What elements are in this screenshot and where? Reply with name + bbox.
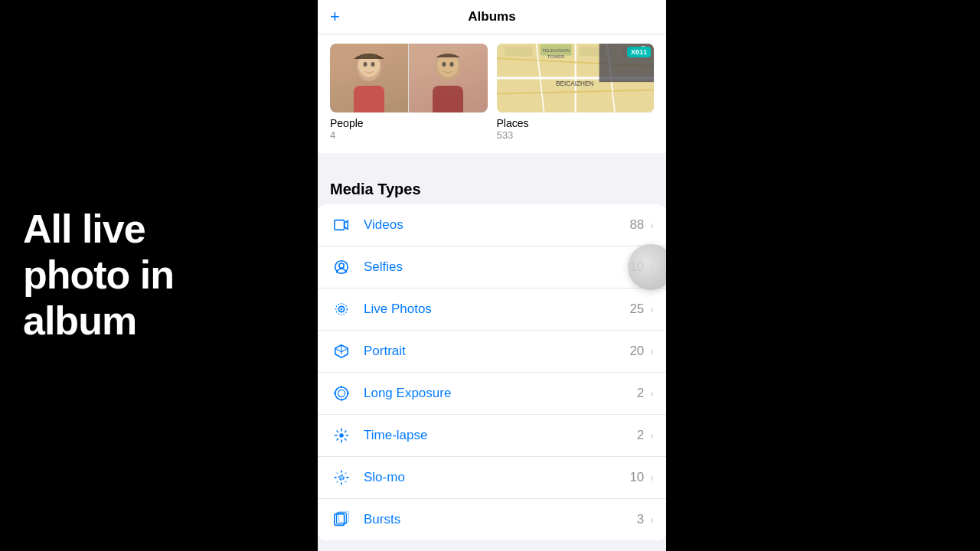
media-item-longexposure[interactable]: Long Exposure 2 › — [318, 373, 666, 415]
places-album-card[interactable]: TELEVISION TOWER BEICAIZHEN Z X611 — [497, 44, 655, 141]
svg-point-32 — [341, 308, 343, 311]
slomo-count: 10 — [629, 470, 644, 485]
portrait-chevron: › — [650, 345, 654, 357]
portrait-label: Portrait — [364, 344, 629, 359]
svg-point-39 — [339, 433, 344, 438]
slomo-label: Slo-mo — [364, 470, 629, 485]
slomo-chevron: › — [650, 471, 654, 484]
videos-chevron: › — [650, 219, 654, 231]
selfies-icon — [330, 256, 353, 279]
longexposure-count: 2 — [637, 386, 644, 401]
svg-line-55 — [345, 473, 346, 474]
timelapse-chevron: › — [650, 429, 654, 442]
videos-label: Videos — [364, 217, 629, 233]
app-panel: + Albums — [318, 0, 666, 551]
livephotos-chevron: › — [650, 303, 654, 315]
svg-point-4 — [371, 62, 375, 67]
person-face-2 — [409, 44, 487, 112]
svg-line-47 — [337, 439, 339, 441]
places-thumbnail: TELEVISION TOWER BEICAIZHEN Z X611 — [497, 44, 655, 112]
svg-point-9 — [450, 62, 454, 67]
svg-point-33 — [335, 387, 348, 400]
video-icon — [330, 214, 353, 236]
svg-rect-1 — [354, 86, 384, 112]
longexposure-chevron: › — [650, 387, 654, 399]
person-face-1 — [330, 44, 408, 112]
scroll-indicator — [628, 244, 666, 290]
bursts-count: 3 — [637, 512, 644, 527]
livephotos-icon — [330, 298, 353, 321]
media-item-slomo[interactable]: Slo-mo 10 › — [318, 457, 666, 499]
bursts-icon — [330, 508, 353, 531]
media-item-videos[interactable]: Videos 88 › — [318, 204, 666, 246]
places-label: Places — [497, 117, 655, 129]
svg-line-45 — [345, 439, 347, 441]
media-types-title: Media Types — [330, 181, 421, 197]
portrait-icon — [330, 340, 353, 363]
svg-rect-17 — [505, 47, 532, 56]
timelapse-count: 2 — [637, 428, 644, 443]
svg-line-54 — [345, 481, 346, 482]
timelapse-label: Time-lapse — [364, 428, 637, 443]
portrait-count: 20 — [629, 344, 644, 359]
albums-content: People 4 — [318, 34, 666, 551]
media-item-portrait[interactable]: Portrait 20 › — [318, 331, 666, 373]
svg-point-34 — [338, 390, 345, 396]
people-thumbnail — [330, 44, 488, 112]
svg-point-29 — [339, 263, 344, 268]
svg-line-56 — [337, 481, 338, 482]
svg-rect-6 — [433, 86, 463, 112]
svg-point-8 — [443, 62, 446, 67]
people-album-card[interactable]: People 4 — [330, 44, 488, 141]
svg-text:TOWER: TOWER — [547, 54, 564, 59]
media-item-bursts[interactable]: Bursts 3 › — [318, 499, 666, 540]
people-places-section: People 4 — [318, 34, 666, 153]
longexposure-label: Long Exposure — [364, 386, 637, 401]
svg-line-46 — [345, 431, 347, 433]
svg-rect-27 — [335, 220, 345, 230]
media-item-selfies[interactable]: Selfies 10 › — [318, 246, 666, 289]
svg-line-44 — [337, 431, 339, 433]
svg-text:TELEVISION: TELEVISION — [541, 47, 569, 53]
bursts-label: Bursts — [364, 512, 637, 527]
left-panel: All live photo in album — [0, 0, 318, 551]
people-places-row: People 4 — [330, 34, 654, 141]
add-button[interactable]: + — [330, 7, 340, 27]
svg-text:BEICAIZHEN: BEICAIZHEN — [556, 80, 593, 87]
media-item-timelapse[interactable]: Time-lapse 2 › — [318, 415, 666, 457]
places-badge: X611 — [627, 47, 651, 57]
left-overlay-text: All live photo in album — [23, 207, 174, 344]
selfies-label: Selfies — [364, 259, 629, 275]
people-count: 4 — [330, 129, 488, 141]
nav-title: Albums — [468, 9, 515, 24]
livephotos-label: Live Photos — [364, 302, 629, 317]
videos-count: 88 — [629, 217, 644, 233]
right-panel — [666, 0, 980, 551]
nav-bar: + Albums — [318, 0, 666, 34]
livephotos-count: 25 — [629, 302, 644, 317]
svg-point-3 — [364, 62, 368, 67]
media-item-livephotos[interactable]: Live Photos 25 › — [318, 289, 666, 331]
timelapse-icon — [330, 424, 353, 447]
people-label: People — [330, 117, 488, 129]
longexposure-icon — [330, 382, 353, 405]
bursts-chevron: › — [650, 514, 654, 526]
svg-line-53 — [337, 473, 338, 474]
slomo-icon — [330, 466, 353, 489]
places-count: 533 — [497, 129, 655, 141]
media-types-list: Videos 88 › Selfies 10 › — [318, 204, 666, 540]
media-types-header: Media Types — [318, 168, 666, 204]
